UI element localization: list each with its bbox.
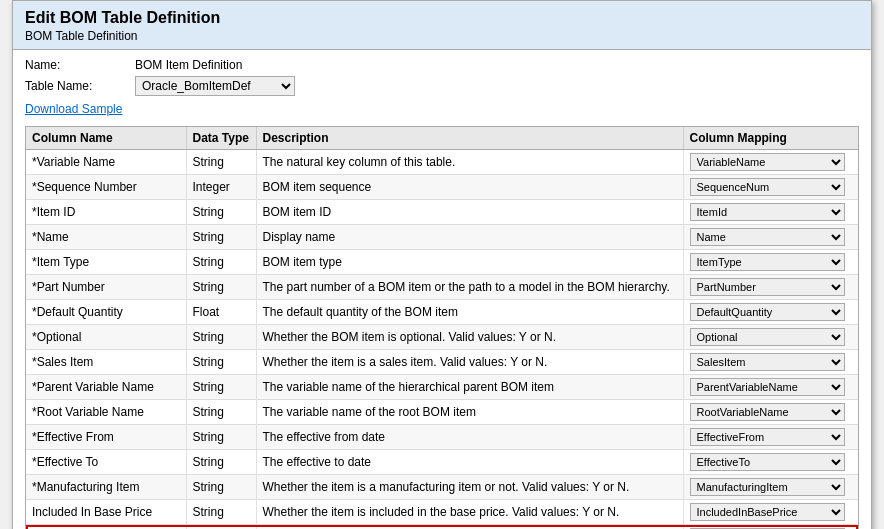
- mapping-select[interactable]: Name: [690, 228, 845, 246]
- dialog-header: Edit BOM Table Definition BOM Table Defi…: [13, 1, 871, 50]
- cell-column-mapping[interactable]: IncludedInBasePrice: [683, 500, 858, 525]
- table-row: *Item TypeStringBOM item typeItemType: [26, 250, 858, 275]
- mapping-select[interactable]: SequenceNum: [690, 178, 845, 196]
- col-header-mapping: Column Mapping: [683, 127, 858, 150]
- cell-column-mapping[interactable]: Name: [683, 225, 858, 250]
- cell-column-name: *Parent Variable Name: [26, 375, 186, 400]
- mapping-select[interactable]: Optional: [690, 328, 845, 346]
- mapping-select[interactable]: ItemType: [690, 253, 845, 271]
- mapping-select[interactable]: EffectiveFrom: [690, 428, 845, 446]
- cell-data-type: String: [186, 375, 256, 400]
- cell-description: Whether the item is a sales item. Valid …: [256, 350, 683, 375]
- download-sample-link[interactable]: Download Sample: [25, 102, 122, 116]
- cell-data-type: String: [186, 150, 256, 175]
- mapping-select[interactable]: RootVariableName: [690, 403, 845, 421]
- cell-description: Whether the BOM item is optional. Valid …: [256, 325, 683, 350]
- table-row: *Variable NameStringThe natural key colu…: [26, 150, 858, 175]
- cell-column-mapping[interactable]: RootVariableName: [683, 400, 858, 425]
- col-header-name: Column Name: [26, 127, 186, 150]
- cell-column-name: *Effective From: [26, 425, 186, 450]
- cell-column-name: Included In Base Price: [26, 500, 186, 525]
- cell-column-mapping[interactable]: ParentVariableName: [683, 375, 858, 400]
- bom-table-container: Column Name Data Type Description Column…: [25, 126, 859, 529]
- cell-data-type: Float: [186, 300, 256, 325]
- table-row: *Sequence NumberIntegerBOM item sequence…: [26, 175, 858, 200]
- mapping-select[interactable]: ParentVariableName: [690, 378, 845, 396]
- bom-table: Column Name Data Type Description Column…: [26, 127, 858, 529]
- cell-column-name: *Name: [26, 225, 186, 250]
- cell-column-name: *Item ID: [26, 200, 186, 225]
- edit-bom-dialog: Edit BOM Table Definition BOM Table Defi…: [12, 0, 872, 529]
- cell-column-name: *Optional: [26, 325, 186, 350]
- cell-description: The variable name of the root BOM item: [256, 400, 683, 425]
- cell-column-mapping[interactable]: SequenceNum: [683, 175, 858, 200]
- table-row: *Sales ItemStringWhether the item is a s…: [26, 350, 858, 375]
- cell-column-mapping[interactable]: DefaultQuantity: [683, 300, 858, 325]
- table-row: *Default QuantityFloatThe default quanti…: [26, 300, 858, 325]
- cell-column-mapping[interactable]: VariableName: [683, 150, 858, 175]
- cell-column-mapping[interactable]: SalesItem: [683, 350, 858, 375]
- mapping-select[interactable]: EffectiveTo: [690, 453, 845, 471]
- cell-data-type: String: [186, 325, 256, 350]
- cell-column-name: *Item Type: [26, 250, 186, 275]
- name-row: Name: BOM Item Definition: [25, 58, 859, 72]
- table-row: Included In Base PriceStringWhether the …: [26, 500, 858, 525]
- table-row: *Part NumberStringThe part number of a B…: [26, 275, 858, 300]
- table-row: BOM PriceFloatBOM PricePrice: [26, 525, 858, 530]
- name-label: Name:: [25, 58, 135, 72]
- cell-data-type: String: [186, 225, 256, 250]
- cell-description: Whether the item is included in the base…: [256, 500, 683, 525]
- cell-column-mapping[interactable]: Optional: [683, 325, 858, 350]
- cell-data-type: String: [186, 475, 256, 500]
- cell-description: BOM item sequence: [256, 175, 683, 200]
- mapping-select[interactable]: IncludedInBasePrice: [690, 503, 845, 521]
- name-value: BOM Item Definition: [135, 58, 242, 72]
- col-header-type: Data Type: [186, 127, 256, 150]
- cell-column-mapping[interactable]: Price: [683, 525, 858, 530]
- cell-column-mapping[interactable]: EffectiveTo: [683, 450, 858, 475]
- table-name-label: Table Name:: [25, 79, 135, 93]
- mapping-select[interactable]: ManufacturingItem: [690, 478, 845, 496]
- cell-description: BOM Price: [256, 525, 683, 530]
- cell-data-type: String: [186, 500, 256, 525]
- cell-column-name: *Sales Item: [26, 350, 186, 375]
- cell-column-name: *Part Number: [26, 275, 186, 300]
- cell-column-mapping[interactable]: ItemType: [683, 250, 858, 275]
- table-row: *Manufacturing ItemStringWhether the ite…: [26, 475, 858, 500]
- mapping-select[interactable]: SalesItem: [690, 353, 845, 371]
- table-row: *NameStringDisplay nameName: [26, 225, 858, 250]
- cell-description: The effective from date: [256, 425, 683, 450]
- cell-description: BOM item ID: [256, 200, 683, 225]
- dialog-subtitle: BOM Table Definition: [25, 29, 859, 43]
- cell-data-type: String: [186, 250, 256, 275]
- table-row: *Root Variable NameStringThe variable na…: [26, 400, 858, 425]
- cell-column-mapping[interactable]: ItemId: [683, 200, 858, 225]
- mapping-select[interactable]: PartNumber: [690, 278, 845, 296]
- cell-column-name: *Manufacturing Item: [26, 475, 186, 500]
- cell-data-type: String: [186, 350, 256, 375]
- table-row: *Effective ToStringThe effective to date…: [26, 450, 858, 475]
- table-row: *Parent Variable NameStringThe variable …: [26, 375, 858, 400]
- mapping-select[interactable]: DefaultQuantity: [690, 303, 845, 321]
- col-header-desc: Description: [256, 127, 683, 150]
- table-name-select[interactable]: Oracle_BomItemDef: [135, 76, 295, 96]
- cell-description: BOM item type: [256, 250, 683, 275]
- cell-description: The part number of a BOM item or the pat…: [256, 275, 683, 300]
- mapping-select[interactable]: ItemId: [690, 203, 845, 221]
- table-body: *Variable NameStringThe natural key colu…: [26, 150, 858, 530]
- cell-data-type: String: [186, 450, 256, 475]
- cell-data-type: Float: [186, 525, 256, 530]
- cell-column-mapping[interactable]: EffectiveFrom: [683, 425, 858, 450]
- table-name-row: Table Name: Oracle_BomItemDef: [25, 76, 859, 96]
- cell-column-name: *Root Variable Name: [26, 400, 186, 425]
- dialog-title: Edit BOM Table Definition: [25, 9, 859, 27]
- cell-data-type: String: [186, 425, 256, 450]
- cell-column-name: *Sequence Number: [26, 175, 186, 200]
- cell-column-name: BOM Price: [26, 525, 186, 530]
- table-row: *Effective FromStringThe effective from …: [26, 425, 858, 450]
- table-row: *OptionalStringWhether the BOM item is o…: [26, 325, 858, 350]
- cell-column-mapping[interactable]: ManufacturingItem: [683, 475, 858, 500]
- mapping-select[interactable]: VariableName: [690, 153, 845, 171]
- cell-column-mapping[interactable]: PartNumber: [683, 275, 858, 300]
- dialog-body: Name: BOM Item Definition Table Name: Or…: [13, 50, 871, 529]
